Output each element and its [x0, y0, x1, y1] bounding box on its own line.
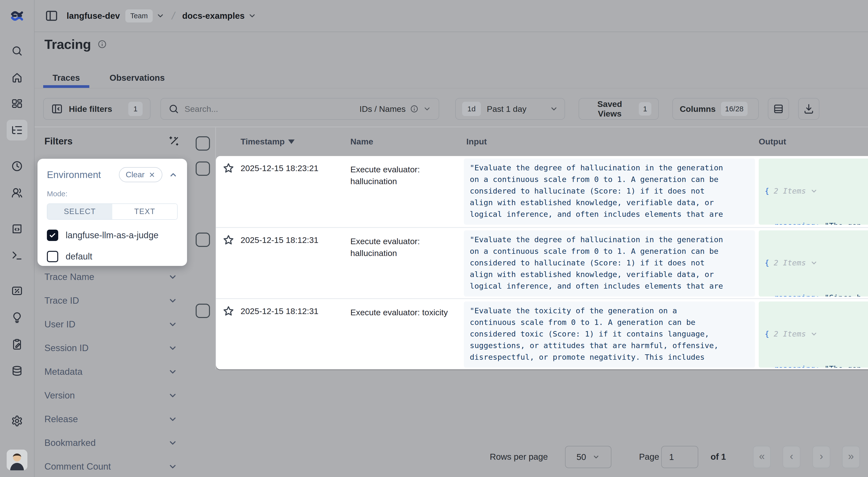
row-checkbox[interactable] [196, 161, 210, 176]
first-page-button[interactable]: « [753, 446, 771, 468]
environment-option[interactable]: langfuse-llm-as-a-judge [47, 230, 178, 241]
column-header-input[interactable]: Input [466, 137, 487, 146]
filter-accordion-item[interactable]: User ID [35, 312, 191, 336]
header-checkbox-cell [191, 127, 216, 156]
next-page-button[interactable]: › [812, 446, 830, 468]
select-all-checkbox[interactable] [196, 136, 210, 151]
column-header-output[interactable]: Output [759, 137, 786, 146]
table-row[interactable]: 2025-12-15 18:12:31 Execute evaluator: h… [191, 227, 868, 298]
previous-page-button[interactable]: ‹ [783, 446, 800, 468]
filter-accordion-item[interactable]: Session ID [35, 336, 191, 360]
filters-heading: Filters [44, 136, 72, 147]
input-cell[interactable]: "Evaluate the degree of hallucination in… [464, 158, 755, 225]
settings-gear-icon[interactable] [11, 415, 23, 427]
project-chevron-down-icon[interactable] [248, 11, 256, 20]
pagination-footer: Rows per page 50 Page of 1 « ‹ › » [35, 446, 868, 469]
top-bar: langfuse-dev Team / docs-examples [35, 0, 868, 32]
chevron-down-icon [810, 330, 818, 338]
search-scope-dropdown[interactable]: IDs / Names [360, 104, 431, 114]
chevron-down-icon [550, 105, 558, 113]
sidebar-toggle-icon[interactable] [45, 9, 58, 23]
annotation-clipboard-pen-icon[interactable] [11, 338, 23, 350]
search-icon[interactable] [11, 45, 23, 57]
row-checkbox-cell [191, 298, 216, 369]
option-checkbox[interactable] [47, 251, 58, 262]
column-header-name[interactable]: Name [350, 137, 373, 146]
row-height-button[interactable] [768, 98, 789, 120]
row-height-icon [773, 103, 784, 115]
users-icon[interactable] [11, 187, 23, 199]
time-range-button[interactable]: 1d Past 1 day [455, 98, 565, 120]
profile-avatar[interactable] [7, 450, 27, 470]
magic-wand-icon[interactable] [168, 136, 179, 147]
table-row[interactable]: 2025-12-15 18:23:21 Execute evaluator: h… [191, 156, 868, 227]
bookmark-star-icon[interactable] [223, 305, 234, 317]
chevron-down-icon [168, 391, 177, 400]
prompts-file-code-icon[interactable] [11, 223, 23, 235]
clear-filter-button[interactable]: Clear [119, 167, 162, 182]
columns-button[interactable]: Columns 16/28 [672, 98, 759, 120]
close-icon [149, 171, 155, 178]
environment-filter-title: Environment [47, 169, 101, 180]
page-label: Page [639, 452, 659, 462]
saved-views-count-badge: 1 [639, 102, 651, 116]
page-number-input[interactable] [661, 446, 698, 468]
filter-accordion-item[interactable]: Trace ID [35, 289, 191, 312]
project-name[interactable]: docs-examples [182, 11, 245, 21]
llm-judge-lightbulb-icon[interactable] [11, 311, 23, 323]
org-chevron-down-icon[interactable] [156, 11, 164, 20]
input-cell[interactable]: "Evaluate the degree of hallucination in… [464, 230, 755, 297]
chevron-down-icon [592, 453, 600, 461]
scores-percent-icon[interactable] [11, 285, 23, 297]
row-checkbox-cell [191, 156, 216, 227]
json-collapse-toggle[interactable]: {2 Items [765, 185, 868, 197]
filters-side-panel: Filters Environment Clear Mode: SELECT T… [35, 127, 191, 477]
tab-traces[interactable]: Traces [43, 70, 89, 86]
download-icon [803, 103, 814, 115]
chevron-down-icon [168, 296, 177, 305]
search-icon [168, 103, 179, 114]
last-page-button[interactable]: » [842, 446, 860, 468]
mode-text-option[interactable]: TEXT [112, 204, 177, 219]
bookmark-star-icon[interactable] [223, 162, 234, 174]
mode-select-option[interactable]: SELECT [48, 204, 112, 219]
column-header-timestamp[interactable]: Timestamp [241, 137, 294, 146]
panel-left-close-icon [51, 103, 63, 115]
sessions-clock-icon[interactable] [11, 160, 23, 172]
row-checkbox[interactable] [196, 304, 210, 318]
filter-accordion-item[interactable]: Version [35, 384, 191, 407]
search-input[interactable] [185, 104, 354, 114]
filter-accordion-list: Trace Name Trace ID User ID Session ID M… [35, 265, 191, 477]
name-cell: Execute evaluator: hallucination [350, 163, 459, 187]
option-checkbox[interactable] [47, 230, 58, 241]
chevron-up-icon[interactable] [169, 170, 178, 179]
dashboards-icon[interactable] [11, 98, 23, 110]
export-download-button[interactable] [798, 98, 819, 120]
table-row[interactable]: 2025-12-15 18:12:31 Execute evaluator: t… [191, 298, 868, 369]
org-name[interactable]: langfuse-dev [67, 11, 120, 21]
saved-views-button[interactable]: Saved Views 1 [579, 98, 659, 120]
tracing-icon-active[interactable] [7, 120, 27, 141]
name-cell: Execute evaluator: toxicity [350, 306, 459, 318]
filter-accordion-item[interactable]: Metadata [35, 360, 191, 384]
output-cell[interactable]: {2 Items reasoning: "The gengreeting and… [759, 158, 868, 225]
json-collapse-toggle[interactable]: {2 Items [765, 328, 868, 340]
row-checkbox[interactable] [196, 233, 210, 247]
tab-observations[interactable]: Observations [100, 70, 174, 86]
hide-filters-button[interactable]: Hide filters 1 [43, 98, 151, 120]
filter-accordion-item[interactable]: Release [35, 407, 191, 431]
bookmark-star-icon[interactable] [223, 234, 234, 246]
playground-terminal-icon[interactable] [11, 249, 23, 262]
datasets-database-icon[interactable] [11, 365, 23, 377]
environment-option[interactable]: default [47, 251, 178, 262]
search-bar[interactable]: IDs / Names [160, 98, 439, 120]
info-icon[interactable] [97, 39, 107, 49]
output-cell[interactable]: {2 Items reasoning: "Since bare missing … [759, 230, 868, 297]
json-collapse-toggle[interactable]: {2 Items [765, 257, 868, 269]
chevron-down-icon [168, 415, 177, 424]
rows-per-page-select[interactable]: 50 [565, 446, 611, 468]
filter-accordion-item[interactable]: Trace Name [35, 265, 191, 289]
home-icon[interactable] [11, 71, 23, 84]
input-cell[interactable]: "Evaluate the toxicity of the generation… [464, 301, 755, 368]
output-cell[interactable]: {2 Items reasoning: "The gendismissive l… [759, 301, 868, 368]
